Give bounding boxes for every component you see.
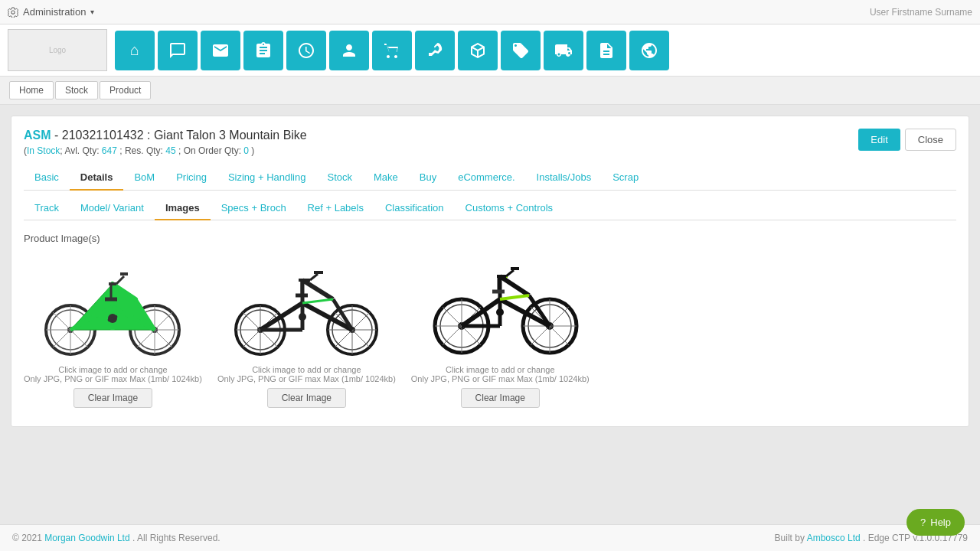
- images-label: Product Image(s): [24, 233, 956, 244]
- image-hint-3: Click image to add or change Only JPG, P…: [411, 365, 590, 383]
- images-section: Product Image(s): [24, 220, 956, 414]
- breadcrumb-stock[interactable]: Stock: [55, 81, 98, 99]
- svg-line-29: [116, 276, 124, 284]
- help-icon: ?: [920, 517, 926, 528]
- bike-image-3: [416, 257, 584, 357]
- tab-ecommerce[interactable]: eCommerce.: [447, 165, 525, 191]
- tab-bom[interactable]: BoM: [123, 165, 165, 191]
- tab-installs-jobs[interactable]: Installs/Jobs: [526, 165, 603, 191]
- globe-icon: [640, 41, 658, 60]
- avl-qty-value: 647: [102, 145, 117, 156]
- chat-icon: [168, 41, 187, 60]
- breadcrumb-home[interactable]: Home: [9, 81, 54, 99]
- nav-wrench-button[interactable]: [415, 31, 455, 70]
- product-header: ASM - 210321101432 : Giant Talon 3 Mount…: [24, 129, 956, 156]
- bike-image-container-3[interactable]: [413, 253, 587, 360]
- svg-line-54: [302, 299, 333, 303]
- clock-icon: [297, 41, 315, 60]
- product-asm: ASM: [24, 129, 51, 142]
- tab-stock[interactable]: Stock: [316, 165, 363, 191]
- images-grid: Click image to add or change Only JPG, P…: [24, 253, 956, 408]
- person-icon: [340, 41, 358, 60]
- tab-basic[interactable]: Basic: [24, 165, 70, 191]
- svg-point-61: [299, 313, 306, 321]
- wrench-icon: [426, 41, 444, 60]
- truck-icon: [554, 41, 573, 60]
- nav-email-button[interactable]: [201, 31, 240, 70]
- svg-line-76: [462, 299, 500, 326]
- tab-customs-controls[interactable]: Customs + Controls: [455, 197, 564, 220]
- tab-pricing[interactable]: Pricing: [165, 165, 217, 191]
- nav-home-button[interactable]: ⌂: [115, 31, 155, 70]
- tab-sizing[interactable]: Sizing + Handling: [217, 165, 317, 191]
- tab-buy[interactable]: Buy: [409, 165, 447, 191]
- box-icon: [469, 41, 487, 60]
- svg-line-85: [506, 270, 514, 276]
- footer: © 2021 Morgan Goodwin Ltd . All Rights R…: [0, 524, 980, 551]
- breadcrumb-product[interactable]: Product: [100, 81, 151, 99]
- product-card: ASM - 210321101432 : Giant Talon 3 Mount…: [11, 116, 969, 427]
- email-icon: [211, 41, 230, 60]
- product-code: 210321101432: [62, 129, 144, 142]
- breadcrumb: Home Stock Product: [0, 77, 980, 105]
- product-subtitle: (In Stock; Avl. Qty: 647 ; Res. Qty: 45 …: [24, 145, 307, 156]
- help-button[interactable]: ? Help: [906, 509, 965, 536]
- image-hint-1: Click image to add or change Only JPG, P…: [24, 365, 202, 383]
- header-actions: Edit Close: [858, 129, 956, 151]
- tab-classification[interactable]: Classification: [374, 197, 455, 220]
- image-hint-2: Click image to add or change Only JPG, P…: [217, 365, 396, 383]
- tab-images[interactable]: Images: [155, 197, 211, 220]
- nav-icons: ⌂: [115, 31, 669, 70]
- svg-line-19: [155, 330, 172, 347]
- tag-icon: [511, 41, 530, 60]
- nav-tag-button[interactable]: [501, 31, 541, 70]
- semicolon-2: ;: [119, 145, 125, 156]
- header-nav: Logo ⌂: [0, 24, 980, 77]
- admin-label: Administration: [23, 6, 86, 18]
- clear-image-button-2[interactable]: Clear Image: [267, 388, 346, 408]
- bike-image-container-2[interactable]: [219, 253, 394, 360]
- footer-built-by-link[interactable]: Ambosco Ltd: [807, 533, 861, 543]
- clear-image-button-1[interactable]: Clear Image: [74, 388, 152, 408]
- tab-track[interactable]: Track: [24, 197, 70, 220]
- nav-chat-button[interactable]: [158, 31, 198, 70]
- nav-truck-button[interactable]: [544, 31, 583, 70]
- tab-details[interactable]: Details: [70, 165, 124, 191]
- product-colon: :: [147, 129, 154, 142]
- primary-tabs: Basic Details BoM Pricing Sizing + Handl…: [24, 165, 956, 191]
- nav-document-button[interactable]: [586, 31, 626, 70]
- tab-specs-broch[interactable]: Specs + Broch: [211, 197, 297, 220]
- nav-clock-button[interactable]: [286, 31, 326, 70]
- nav-clipboard-button[interactable]: [243, 31, 283, 70]
- svg-line-20: [155, 312, 172, 330]
- close-button[interactable]: Close: [905, 129, 956, 151]
- svg-line-13: [53, 330, 70, 347]
- edit-button[interactable]: Edit: [858, 129, 900, 151]
- tab-model-variant[interactable]: Model/ Variant: [70, 197, 155, 220]
- tab-ref-labels[interactable]: Ref + Labels: [297, 197, 374, 220]
- nav-globe-button[interactable]: [629, 31, 669, 70]
- product-title: ASM - 210321101432 : Giant Talon 3 Mount…: [24, 129, 307, 142]
- cart-icon: [383, 41, 401, 60]
- product-separator: -: [54, 129, 62, 142]
- gear-icon: [8, 7, 18, 18]
- tab-make[interactable]: Make: [363, 165, 409, 191]
- in-stock-label: In Stock: [27, 145, 60, 156]
- footer-company-link[interactable]: Morgan Goodwin Ltd: [44, 533, 129, 543]
- admin-menu[interactable]: Administration ▾: [8, 6, 94, 18]
- clear-image-button-3[interactable]: Clear Image: [461, 388, 540, 408]
- nav-person-button[interactable]: [329, 31, 369, 70]
- paren-close: ): [251, 145, 254, 156]
- avl-qty-label: Avl. Qty:: [64, 145, 99, 156]
- main-content: ASM - 210321101432 : Giant Talon 3 Mount…: [0, 105, 980, 524]
- nav-cart-button[interactable]: [372, 31, 412, 70]
- semicolon-3: ;: [178, 145, 184, 156]
- image-item-3: Click image to add or change Only JPG, P…: [411, 253, 590, 408]
- svg-line-10: [53, 312, 70, 330]
- nav-box-button[interactable]: [458, 31, 498, 70]
- bike-image-container-1[interactable]: [25, 253, 200, 360]
- tab-scrap[interactable]: Scrap: [602, 165, 649, 191]
- admin-dropdown-arrow: ▾: [90, 8, 94, 16]
- top-bar: Administration ▾ User Firstname Surname: [0, 0, 980, 24]
- svg-point-89: [496, 308, 504, 316]
